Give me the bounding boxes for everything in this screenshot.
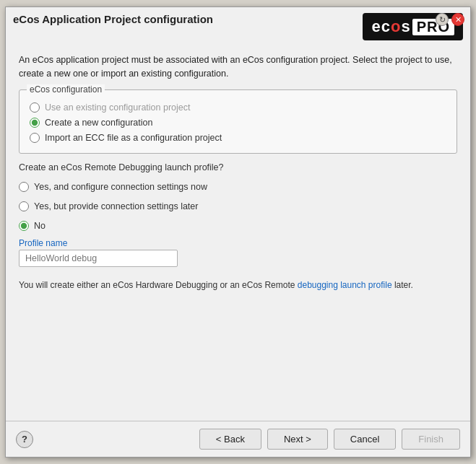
radio-yes-now-label: Yes, and configure connection settings n… xyxy=(34,182,207,192)
radio-yes-later-input[interactable] xyxy=(19,201,29,211)
radio-existing-input[interactable] xyxy=(30,102,40,113)
title-bar: eCos Application Project configuration e… xyxy=(6,7,470,43)
content-area: An eCos application project must be asso… xyxy=(6,43,470,421)
radio-existing-label: Use an existing configuration project xyxy=(45,102,191,113)
radio-import-label: Import an ECC file as a configuration pr… xyxy=(45,133,222,143)
radio-new[interactable]: Create a new configuration xyxy=(30,118,446,128)
profile-name-label: Profile name xyxy=(19,238,457,248)
logo-s: s xyxy=(401,17,410,36)
radio-yes-now-input[interactable] xyxy=(19,182,29,192)
button-group: < Back Next > Cancel Finish xyxy=(199,429,460,450)
footer-link[interactable]: debugging launch profile xyxy=(298,280,392,290)
close-button[interactable]: ✕ xyxy=(451,13,464,26)
spacer xyxy=(19,300,457,411)
bottom-bar: ? < Back Next > Cancel Finish xyxy=(6,421,470,457)
footer-text: You will create either an eCos Hardware … xyxy=(19,279,457,292)
debug-section: Create an eCos Remote Debugging launch p… xyxy=(19,162,457,267)
dialog: eCos Application Project configuration e… xyxy=(5,6,471,458)
radio-yes-later-label: Yes, but provide connection settings lat… xyxy=(34,201,198,211)
refresh-button[interactable]: ↻ xyxy=(436,13,449,26)
next-button[interactable]: Next > xyxy=(267,429,328,450)
ecos-config-label: eCos configuration xyxy=(27,84,105,95)
radio-no[interactable]: No xyxy=(19,221,457,231)
dialog-title: eCos Application Project configuration xyxy=(13,13,213,25)
radio-new-label: Create a new configuration xyxy=(45,118,152,128)
radio-yes-later[interactable]: Yes, but provide connection settings lat… xyxy=(19,201,457,211)
radio-existing[interactable]: Use an existing configuration project xyxy=(30,102,446,113)
finish-button[interactable]: Finish xyxy=(402,429,460,450)
radio-import[interactable]: Import an ECC file as a configuration pr… xyxy=(30,133,446,143)
debug-title: Create an eCos Remote Debugging launch p… xyxy=(19,162,457,172)
profile-name-input[interactable] xyxy=(19,250,178,267)
ecos-config-group: eCos configuration Use an existing confi… xyxy=(19,89,457,154)
profile-name-section: Profile name xyxy=(19,235,457,267)
window-controls: ↻ ✕ xyxy=(436,13,464,26)
help-button[interactable]: ? xyxy=(16,431,33,448)
description-text: An eCos application project must be asso… xyxy=(19,53,457,81)
radio-no-input[interactable] xyxy=(19,221,29,231)
radio-import-input[interactable] xyxy=(30,133,40,143)
radio-new-input[interactable] xyxy=(30,118,40,128)
logo-o: o xyxy=(391,17,401,36)
title-bar-left: eCos Application Project configuration xyxy=(13,13,213,25)
logo-ec: ec xyxy=(371,17,390,36)
cancel-button[interactable]: Cancel xyxy=(334,429,396,450)
radio-yes-now[interactable]: Yes, and configure connection settings n… xyxy=(19,182,457,192)
back-button[interactable]: < Back xyxy=(199,429,261,450)
radio-no-label: No xyxy=(34,221,46,231)
